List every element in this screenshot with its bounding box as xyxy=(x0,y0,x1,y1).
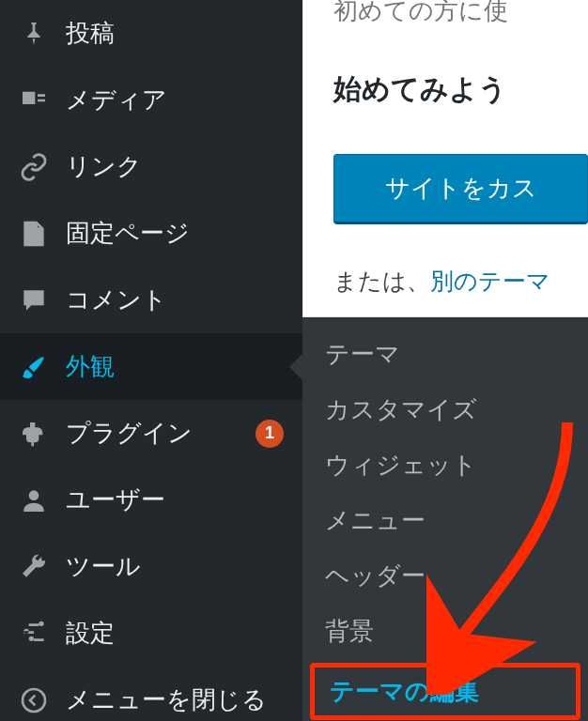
welcome-intro-text: 初めての方に使 xyxy=(333,0,588,27)
sidebar-item-label: 固定ページ xyxy=(66,217,284,250)
welcome-or-prefix: または、 xyxy=(333,268,430,294)
sidebar-item-media[interactable]: メディア xyxy=(0,67,302,133)
sidebar-item-links[interactable]: リンク xyxy=(0,133,302,200)
sidebar-item-plugins[interactable]: プラグイン 1 xyxy=(0,400,302,467)
submenu-theme-editor[interactable]: テーマの編集 xyxy=(310,663,580,720)
sidebar-item-settings[interactable]: 設定 xyxy=(0,600,302,667)
submenu-background[interactable]: 背景 xyxy=(302,604,588,659)
welcome-or-text: または、別のテーマ xyxy=(333,266,588,297)
submenu-header[interactable]: ヘッダー xyxy=(302,548,588,604)
sidebar-item-label: 設定 xyxy=(66,617,284,650)
sidebar-item-label: コメント xyxy=(66,284,284,316)
sidebar-collapse-label: メニューを閉じる xyxy=(66,683,284,716)
welcome-panel: 初めての方に使 始めてみよう サイトをカス または、別のテーマ xyxy=(302,0,588,317)
settings-icon xyxy=(19,619,49,649)
link-icon xyxy=(19,152,49,182)
submenu-menus[interactable]: メニュー xyxy=(302,493,588,548)
svg-point-0 xyxy=(23,689,45,712)
sidebar-item-label: 投稿 xyxy=(66,17,284,50)
comment-icon xyxy=(19,285,49,315)
pin-icon xyxy=(19,19,49,49)
brush-icon xyxy=(19,352,49,382)
sidebar-item-label: メディア xyxy=(66,84,284,116)
change-theme-link[interactable]: 別のテーマ xyxy=(430,268,550,294)
sidebar-item-label: リンク xyxy=(66,150,284,183)
submenu-widgets[interactable]: ウィジェット xyxy=(302,437,588,493)
collapse-icon xyxy=(19,685,49,715)
media-icon xyxy=(19,85,49,115)
sidebar-collapse[interactable]: メニューを閉じる xyxy=(0,667,302,721)
sidebar-item-comments[interactable]: コメント xyxy=(0,267,302,333)
sidebar-item-tools[interactable]: ツール xyxy=(0,533,302,600)
submenu-customize[interactable]: カスタマイズ xyxy=(302,382,588,437)
page-icon xyxy=(19,219,49,249)
sidebar-item-pages[interactable]: 固定ページ xyxy=(0,200,302,267)
sidebar-item-label: プラグイン xyxy=(66,417,239,450)
admin-sidebar: 投稿 メディア リンク 固定ページ コメント 外観 プラ xyxy=(0,0,302,721)
plugin-icon xyxy=(19,419,49,449)
wrench-icon xyxy=(19,552,49,582)
sidebar-item-label: ツール xyxy=(66,550,284,583)
sidebar-item-label: 外観 xyxy=(66,350,284,383)
customize-site-button[interactable]: サイトをカス xyxy=(333,154,588,224)
welcome-heading: 始めてみよう xyxy=(333,70,588,109)
user-icon xyxy=(19,485,49,515)
sidebar-item-label: ユーザー xyxy=(66,483,284,516)
sidebar-item-users[interactable]: ユーザー xyxy=(0,467,302,533)
submenu-themes[interactable]: テーマ xyxy=(302,327,588,382)
sidebar-item-appearance[interactable]: 外観 xyxy=(0,333,302,400)
sidebar-item-posts[interactable]: 投稿 xyxy=(0,0,302,67)
update-badge: 1 xyxy=(255,420,284,448)
content-area: 初めての方に使 始めてみよう サイトをカス または、別のテーマ xyxy=(302,0,588,317)
